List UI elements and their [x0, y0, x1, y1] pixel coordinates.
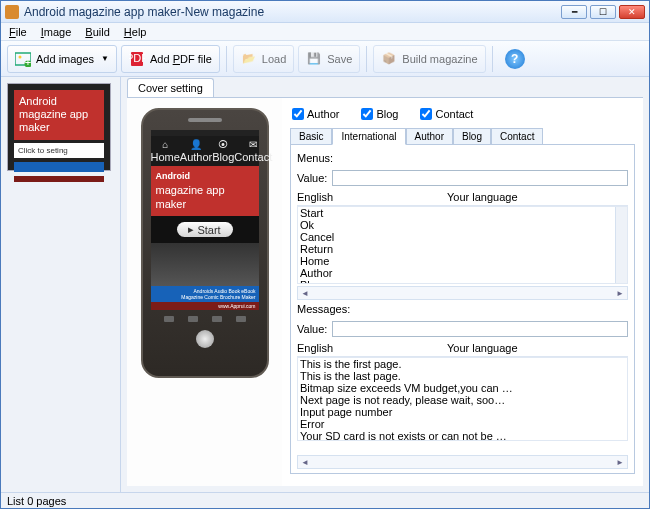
list-item[interactable]: This is the first page. — [298, 358, 627, 370]
menus-list[interactable]: StartOkCancelReturnHomeAuthorBlogContact… — [297, 206, 628, 284]
scrollbar-vertical[interactable] — [615, 207, 627, 283]
window-title: Android magazine app maker-New magazine — [24, 5, 561, 19]
list-item[interactable]: Your SD card is not exists or can not be… — [298, 430, 627, 441]
messages-scrollbar-h[interactable]: ◄► — [297, 455, 628, 469]
phone-screen: ⌂Home 👤Author ⦿Blog ✉Contact Android mag… — [151, 130, 259, 310]
list-item[interactable]: Blog — [298, 279, 627, 284]
close-button[interactable]: ✕ — [619, 5, 645, 19]
maximize-button[interactable]: ☐ — [590, 5, 616, 19]
svg-point-1 — [19, 55, 22, 58]
tab-cover-setting[interactable]: Cover setting — [127, 78, 214, 97]
hw-menu-icon — [188, 316, 198, 322]
messages-list[interactable]: This is the first page.This is the last … — [297, 357, 628, 441]
save-label: Save — [327, 53, 352, 65]
app-icon — [5, 5, 19, 19]
build-icon: 📦 — [381, 51, 397, 67]
tab-blog[interactable]: Blog — [453, 128, 491, 145]
add-images-label: Add images — [36, 53, 94, 65]
status-text: List 0 pages — [7, 495, 66, 507]
menu-file[interactable]: File — [9, 26, 27, 38]
main-area: Cover setting ⌂Home 👤Author ⦿Blog ✉Conta… — [121, 77, 649, 492]
floppy-icon: 💾 — [306, 51, 322, 67]
add-images-button[interactable]: + Add images ▼ — [7, 45, 117, 73]
build-label: Build magazine — [402, 53, 477, 65]
col-english: English — [297, 191, 447, 203]
tab-international[interactable]: International — [332, 128, 405, 145]
list-item[interactable]: Bitmap size exceeds VM budget,you can … — [298, 382, 627, 394]
messages-value-input[interactable] — [332, 321, 628, 337]
mail-icon: ✉ — [249, 139, 257, 150]
list-item[interactable]: Home — [298, 255, 627, 267]
list-item[interactable]: Author — [298, 267, 627, 279]
workspace: Android magazine app maker Click to seti… — [1, 77, 649, 492]
page-thumbnail[interactable]: Android magazine app maker Click to seti… — [7, 83, 111, 171]
messages-label: Messages: — [297, 300, 628, 318]
preview-column: ⌂Home 👤Author ⦿Blog ✉Contact Android mag… — [127, 98, 282, 486]
toolbar: + Add images ▼ PDF Add PDF file 📂 Load 💾… — [1, 41, 649, 77]
save-button[interactable]: 💾 Save — [298, 45, 360, 73]
menus-label: Menus: — [297, 149, 628, 167]
home-icon: ⌂ — [162, 139, 168, 150]
add-pdf-label: Add PDF file — [150, 53, 212, 65]
load-label: Load — [262, 53, 286, 65]
image-icon: + — [15, 51, 31, 67]
svg-text:+: + — [25, 56, 31, 67]
minimize-button[interactable]: ━ — [561, 5, 587, 19]
rss-icon: ⦿ — [218, 139, 228, 150]
menu-help[interactable]: Help — [124, 26, 147, 38]
svg-text:PDF: PDF — [129, 52, 145, 64]
list-item[interactable]: This is the last page. — [298, 370, 627, 382]
menus-scrollbar-h[interactable]: ◄► — [297, 286, 628, 300]
hw-home-icon — [212, 316, 222, 322]
trackball — [196, 330, 214, 348]
nav-home: ⌂Home — [151, 139, 180, 163]
nav-contact: ✉Contact — [234, 139, 272, 163]
add-pdf-button[interactable]: PDF Add PDF file — [121, 45, 220, 73]
list-item[interactable]: Error — [298, 418, 627, 430]
folder-open-icon: 📂 — [241, 51, 257, 67]
col-yourlang: Your language — [447, 191, 518, 203]
tab-author[interactable]: Author — [406, 128, 453, 145]
menus-value-input[interactable] — [332, 170, 628, 186]
list-item[interactable]: Ok — [298, 219, 627, 231]
settings-panel: Author Blog Contact Basic International … — [282, 98, 643, 486]
pdf-icon: PDF — [129, 51, 145, 67]
phone-mockup: ⌂Home 👤Author ⦿Blog ✉Contact Android mag… — [141, 108, 269, 378]
hw-back-icon — [164, 316, 174, 322]
list-item[interactable]: Return — [298, 243, 627, 255]
nav-blog: ⦿Blog — [212, 139, 234, 163]
check-blog[interactable]: Blog — [361, 108, 398, 120]
dropdown-caret-icon: ▼ — [101, 54, 109, 63]
status-bar: List 0 pages — [1, 492, 649, 509]
person-icon: 👤 — [190, 139, 202, 150]
help-button[interactable]: ? — [505, 49, 525, 69]
list-item[interactable]: Start — [298, 207, 627, 219]
check-contact[interactable]: Contact — [420, 108, 473, 120]
menu-bar: File Image Build Help — [1, 23, 649, 41]
check-author[interactable]: Author — [292, 108, 339, 120]
nav-author: 👤Author — [180, 139, 212, 163]
tab-basic[interactable]: Basic — [290, 128, 332, 145]
start-button: ▸Start — [177, 222, 233, 237]
list-item[interactable]: Next page is not ready, please wait, soo… — [298, 394, 627, 406]
title-bar: Android magazine app maker-New magazine … — [1, 1, 649, 23]
load-button[interactable]: 📂 Load — [233, 45, 294, 73]
list-item[interactable]: Cancel — [298, 231, 627, 243]
page-list-sidebar: Android magazine app maker Click to seti… — [1, 77, 121, 492]
tab-contact[interactable]: Contact — [491, 128, 543, 145]
menu-image[interactable]: Image — [41, 26, 72, 38]
build-magazine-button[interactable]: 📦 Build magazine — [373, 45, 485, 73]
menu-build[interactable]: Build — [85, 26, 109, 38]
list-item[interactable]: Input page number — [298, 406, 627, 418]
hw-search-icon — [236, 316, 246, 322]
